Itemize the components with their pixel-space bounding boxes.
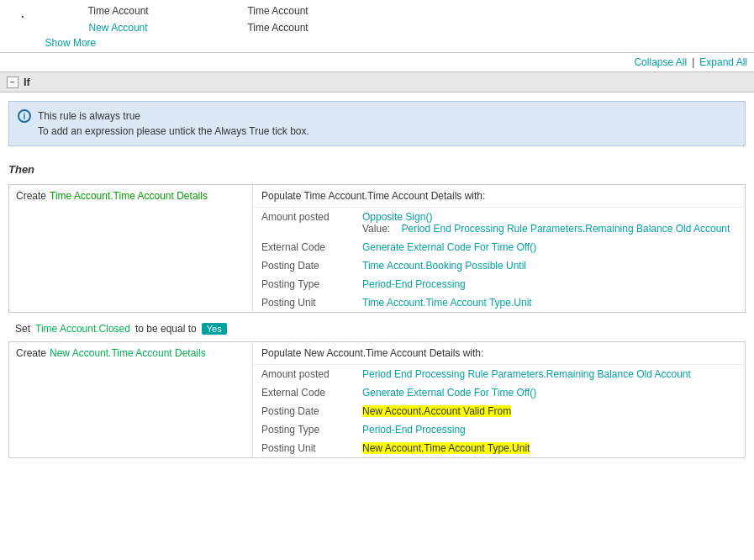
table-row: Posting Unit New Account.Time Account Ty… <box>253 439 745 457</box>
field-value: New Account.Time Account Type.Unit <box>354 439 745 457</box>
time-account-col1-header: Time Account <box>39 3 198 18</box>
create-block-2: Create New Account.Time Account Details … <box>8 341 746 458</box>
create-left-1: Create Time Account.Time Account Details <box>9 185 253 312</box>
separator: | <box>692 56 694 68</box>
populate-header-1: Populate Time Account.Time Account Detai… <box>253 185 745 208</box>
collapse-expand-bar: Collapse All | Expand All <box>0 53 754 71</box>
populate-table-2: Amount posted Period End Processing Rule… <box>253 365 745 457</box>
if-section: − If <box>0 71 754 92</box>
create-label-1: Create <box>16 190 46 202</box>
value-text: Period End Processing Rule Parameters.Re… <box>401 223 730 235</box>
create-right-1: Populate Time Account.Time Account Detai… <box>253 185 745 312</box>
then-label: Then <box>0 155 754 181</box>
field-value: Time Account.Booking Possible Until <box>354 256 745 275</box>
collapse-icon[interactable]: − <box>7 77 18 88</box>
info-line2: To add an expression please untick the A… <box>38 124 309 139</box>
field-value: Generate External Code For Time Off() <box>354 238 745 256</box>
set-label: Set <box>15 323 30 335</box>
field-value: New Account.Account Valid From <box>354 402 745 420</box>
collapse-all-link[interactable]: Collapse All <box>634 56 687 68</box>
info-icon: i <box>18 109 31 123</box>
field-label: Posting Unit <box>253 293 354 312</box>
expand-all-link[interactable]: Expand All <box>699 56 747 68</box>
set-block: Set Time Account.Closed to be equal to Y… <box>8 320 746 338</box>
new-account-link[interactable]: New Account <box>39 20 198 35</box>
create-inner-2: Create New Account.Time Account Details … <box>9 342 745 457</box>
field-label: Posting Date <box>253 256 354 275</box>
field-label: External Code <box>253 383 354 402</box>
create-subject-2: New Account.Time Account Details <box>50 347 206 359</box>
field-value: Period-End Processing <box>354 420 745 439</box>
field-value: Period-End Processing <box>354 275 745 293</box>
set-subject: Time Account.Closed <box>35 323 130 335</box>
table-row: Posting Type Period-End Processing <box>253 420 745 439</box>
populate-table-1: Amount posted Opposite Sign() Value: Per… <box>253 208 745 312</box>
amount-posted-value: Opposite Sign() <box>362 211 736 223</box>
table-row: Posting Unit Time Account.Time Account T… <box>253 293 745 312</box>
time-account-col2-header: Time Account <box>198 3 358 18</box>
time-account-link-col2: Time Account <box>198 20 358 35</box>
create-inner-1: Create Time Account.Time Account Details… <box>9 185 745 312</box>
field-label: Posting Date <box>253 402 354 420</box>
info-text: This rule is always true To add an expre… <box>38 108 309 139</box>
field-value: Opposite Sign() Value: Period End Proces… <box>354 208 745 238</box>
if-label: If <box>24 76 30 88</box>
dot: · <box>7 3 39 49</box>
field-label: Amount posted <box>253 208 354 238</box>
header-columns: · Time Account Time Account New Account … <box>7 3 358 49</box>
field-value: Time Account.Time Account Type.Unit <box>354 293 745 312</box>
info-box: i This rule is always true To add an exp… <box>8 101 746 146</box>
table-row: External Code Generate External Code For… <box>253 383 745 402</box>
top-header: · Time Account Time Account New Account … <box>0 0 754 53</box>
field-label: Posting Type <box>253 420 354 439</box>
table-row: Posting Date Time Account.Booking Possib… <box>253 256 745 275</box>
field-label: Posting Type <box>253 275 354 293</box>
page-wrapper: · Time Account Time Account New Account … <box>0 0 754 560</box>
create-label-2: Create <box>16 347 46 359</box>
field-value: Period End Processing Rule Parameters.Re… <box>354 365 745 383</box>
table-row: Amount posted Opposite Sign() Value: Per… <box>253 208 745 238</box>
table-row: Amount posted Period End Processing Rule… <box>253 365 745 383</box>
populate-header-2: Populate New Account.Time Account Detail… <box>253 342 745 365</box>
set-value: Yes <box>202 323 227 335</box>
create-subject-1: Time Account.Time Account Details <box>50 190 208 202</box>
show-more-link[interactable]: Show More <box>39 37 358 49</box>
table-row: External Code Generate External Code For… <box>253 238 745 256</box>
create-left-2: Create New Account.Time Account Details <box>9 342 253 457</box>
info-line1: This rule is always true <box>38 108 309 124</box>
field-label: Amount posted <box>253 365 354 383</box>
field-label: External Code <box>253 238 354 256</box>
top-header-left: · Time Account Time Account New Account … <box>0 3 358 49</box>
create-right-2: Populate New Account.Time Account Detail… <box>253 342 745 457</box>
table-row: Posting Date New Account.Account Valid F… <box>253 402 745 420</box>
field-value: Generate External Code For Time Off() <box>354 383 745 402</box>
posting-unit-highlight: New Account.Time Account Type.Unit <box>362 442 530 454</box>
set-condition: to be equal to <box>135 323 197 335</box>
table-row: Posting Type Period-End Processing <box>253 275 745 293</box>
value-label: Value: <box>362 223 398 235</box>
field-label: Posting Unit <box>253 439 354 457</box>
create-block-1: Create Time Account.Time Account Details… <box>8 184 746 313</box>
posting-date-highlight: New Account.Account Valid From <box>362 405 511 417</box>
amount-posted-sub: Value: Period End Processing Rule Parame… <box>362 223 736 235</box>
